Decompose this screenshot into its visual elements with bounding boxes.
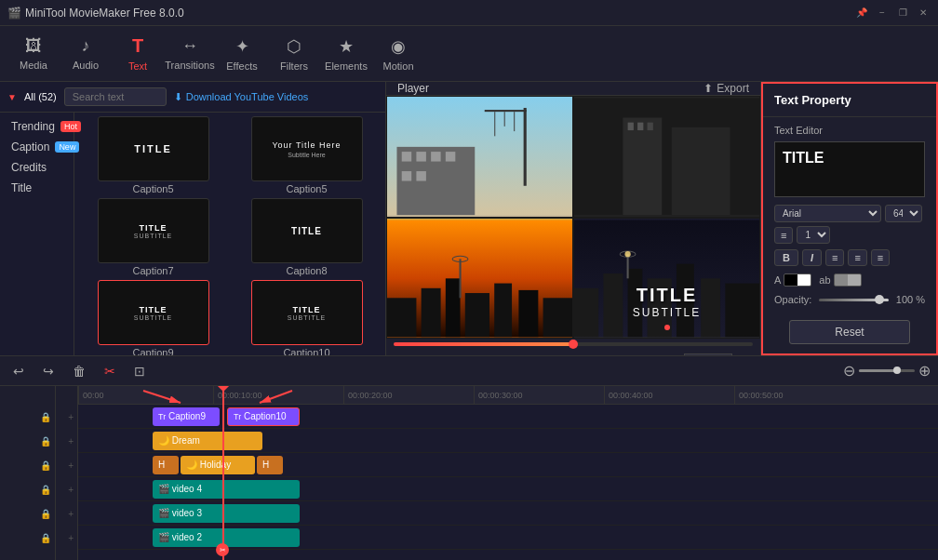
opacity-value: 100 % [896, 294, 925, 305]
align-right-btn[interactable]: ≡ [871, 249, 890, 266]
titlebar: 🎬 MiniTool MovieMaker Free 8.0.0 📌 − ❐ ✕ [0, 0, 938, 26]
color-swatch-b[interactable] [834, 273, 862, 287]
trending-label: Trending [11, 120, 55, 133]
player-title: Player [397, 82, 429, 95]
zoom-out-btn[interactable]: ⊖ [843, 362, 855, 380]
export-button[interactable]: ⬆ Export [704, 82, 749, 95]
pin-button[interactable]: 📌 [854, 6, 869, 20]
effects-label: Effects [226, 60, 257, 72]
category-title[interactable]: Title [0, 178, 74, 198]
progress-bar[interactable] [394, 342, 753, 346]
svg-rect-9 [431, 152, 440, 161]
video-area: TITLE SUBTITLE [386, 96, 760, 339]
audio-icon: ♪ [82, 36, 90, 56]
lock-icon-3[interactable]: 🔒 [40, 460, 51, 471]
text-editor-box[interactable]: TITLE [774, 141, 925, 197]
clip-video4[interactable]: 🎬 video 4 [153, 480, 300, 499]
toolbar-media[interactable]: 🖼 Media [7, 30, 60, 78]
add-track-1[interactable]: + [56, 405, 77, 429]
split-indicator[interactable]: ✂ [216, 543, 229, 556]
video-cell-4: TITLE SUBTITLE [573, 218, 760, 340]
playhead[interactable] [222, 386, 224, 560]
thumb-caption8[interactable]: TITLE Caption8 [232, 198, 382, 276]
minimize-button[interactable]: − [875, 6, 890, 20]
zoom-slider[interactable] [859, 369, 915, 372]
align-center-btn[interactable]: ≡ [848, 249, 866, 266]
lock-icon-2[interactable]: 🔒 [40, 436, 51, 447]
toolbar-audio[interactable]: ♪ Audio [60, 30, 112, 78]
transitions-icon: ↔ [181, 36, 198, 56]
redo-button[interactable]: ↪ [37, 362, 60, 380]
category-caption[interactable]: Caption New [0, 137, 74, 157]
italic-button[interactable]: I [802, 249, 822, 266]
media-icon: 🖼 [25, 36, 42, 56]
right-panel: Text Property Text Editor TITLE Arial Ti… [761, 82, 938, 355]
svg-rect-21 [422, 287, 441, 336]
clip-video3[interactable]: 🎬 video 3 [153, 504, 300, 523]
add-track-5[interactable]: + [56, 501, 77, 526]
toolbar-transitions[interactable]: ↔ Transitions [164, 30, 216, 78]
toolbar-filters[interactable]: ⬡ Filters [268, 30, 320, 78]
text-icon: T [132, 35, 143, 57]
opacity-slider[interactable] [819, 299, 888, 301]
lock-icon-4[interactable]: 🔒 [40, 485, 51, 495]
clip-caption10[interactable]: Tr Caption10 [227, 407, 300, 426]
toolbar-elements[interactable]: ★ Elements [320, 30, 372, 78]
zoom-in-btn[interactable]: ⊕ [918, 362, 931, 380]
font-family-select[interactable]: Arial Times New Roman [774, 205, 881, 222]
clip-dream[interactable]: 🌙 Dream [153, 432, 262, 450]
toolbar-motion[interactable]: ◉ Motion [372, 30, 424, 78]
track-holiday: H 🌙 Holiday H [78, 453, 938, 477]
close-button[interactable]: ✕ [916, 6, 931, 20]
elements-label: Elements [325, 60, 368, 72]
delete-button[interactable]: 🗑 [67, 362, 91, 380]
font-size-select[interactable]: 64 48 32 [885, 205, 922, 222]
lock-icon-5[interactable]: 🔒 [40, 509, 51, 519]
video-subtitle: SUBTITLE [633, 306, 701, 319]
align-left-btn[interactable]: ≡ [825, 249, 844, 266]
thumb-caption8-label: Caption8 [286, 265, 327, 276]
restore-button[interactable]: ❐ [895, 6, 910, 20]
video-cell-1 [386, 96, 573, 218]
category-credits[interactable]: Credits [0, 157, 74, 178]
cut-button[interactable]: ✂ [99, 362, 121, 380]
svg-rect-2 [485, 110, 527, 112]
download-youtube-btn[interactable]: ⬇ Download YouTube Videos [174, 91, 309, 103]
zoom-controls: ⊖ ⊕ [843, 362, 931, 380]
svg-rect-1 [524, 108, 527, 186]
svg-rect-22 [446, 278, 461, 337]
thumb-caption7[interactable]: TITLE SUBTITLE Caption7 [78, 198, 228, 276]
clip-h-2[interactable]: H [257, 456, 283, 474]
thumb-caption5a[interactable]: TITLE Caption5 [78, 116, 228, 194]
toolbar-text[interactable]: T Text [112, 30, 164, 78]
bold-button[interactable]: B [774, 249, 798, 266]
clip-h-1[interactable]: H [153, 456, 179, 474]
lock-icon-1[interactable]: 🔒 [40, 412, 51, 422]
thumb-caption5b[interactable]: Your Title Here Subtitle Here Caption5 [232, 116, 382, 194]
add-track-3[interactable]: + [56, 453, 77, 477]
undo-button[interactable]: ↩ [7, 362, 30, 380]
thumb-caption5b-label: Caption5 [286, 183, 327, 194]
category-trending[interactable]: Trending Hot [0, 116, 74, 137]
svg-point-39 [624, 251, 630, 257]
add-track-4[interactable]: + [56, 477, 77, 501]
lock-icon-6[interactable]: 🔒 [40, 533, 51, 543]
title-label: Title [11, 181, 32, 194]
svg-rect-4 [514, 112, 515, 131]
crop-button[interactable]: ⊡ [128, 362, 151, 380]
search-bar: ▼ All (52) ⬇ Download YouTube Videos [0, 82, 385, 113]
reset-button[interactable]: Reset [789, 320, 910, 344]
thumb-caption10[interactable]: TITLE SUBTITLE Caption10 [232, 280, 382, 358]
clip-holiday[interactable]: 🌙 Holiday [181, 456, 255, 474]
thumb-caption9[interactable]: TITLE SUBTITLE Caption9 [78, 280, 228, 358]
clip-caption9[interactable]: Tr Caption9 [153, 407, 220, 426]
list-format-btn[interactable]: ≡ [774, 227, 793, 244]
search-input[interactable] [64, 87, 167, 106]
color-swatch-a[interactable] [784, 273, 811, 287]
color-b-label: ab [819, 273, 861, 287]
add-track-6[interactable]: + [56, 526, 77, 550]
line-count-select[interactable]: 1 2 [797, 226, 830, 244]
add-track-2[interactable]: + [56, 429, 77, 453]
expand-icon[interactable]: ▼ [7, 92, 17, 102]
toolbar-effects[interactable]: ✦ Effects [216, 30, 268, 78]
